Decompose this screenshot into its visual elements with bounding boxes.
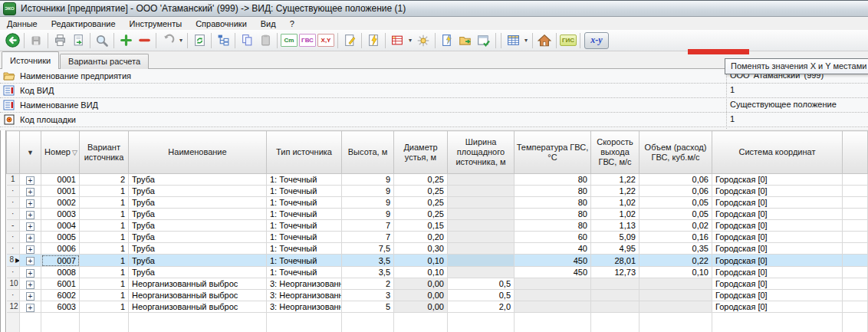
cell-type[interactable]: 1: Точечный <box>267 267 342 278</box>
cell-height[interactable]: 9 <box>342 174 394 186</box>
cell-volume[interactable] <box>639 301 712 313</box>
header-diameter[interactable]: Диаметр устья, м <box>394 131 448 174</box>
expand-icon[interactable]: + <box>26 245 35 254</box>
paste-button[interactable] <box>256 31 275 49</box>
cell-speed[interactable]: 1,22 <box>591 174 639 186</box>
cell-nomer[interactable]: 0005 <box>41 232 80 243</box>
cell-temp[interactable]: 40 <box>515 243 591 255</box>
cell-type[interactable]: 1: Точечный <box>267 209 342 220</box>
cell-variant[interactable]: 1 <box>80 255 129 267</box>
cell-nomer[interactable]: 0006 <box>41 243 80 255</box>
expand-icon[interactable]: + <box>26 188 35 196</box>
cell-name[interactable]: Неорганизованный выброс <box>129 301 267 313</box>
cell-volume[interactable]: 0,02 <box>639 220 712 232</box>
menu-item-help[interactable]: ? <box>283 18 301 29</box>
cell-diameter[interactable]: 0,10 <box>394 255 448 267</box>
cell-height[interactable]: 7 <box>342 232 394 243</box>
gis-button[interactable]: ГИС <box>559 31 577 49</box>
menu-item-view[interactable]: Вид <box>254 18 283 29</box>
cell-width[interactable] <box>448 232 515 243</box>
cell-width[interactable] <box>448 197 515 209</box>
cell-width[interactable]: 0,5 <box>448 278 515 290</box>
row-indicator[interactable]: · <box>7 209 20 220</box>
expand-icon[interactable]: + <box>26 257 35 265</box>
delete-button[interactable] <box>135 31 153 49</box>
cell-height[interactable]: 9 <box>342 209 394 220</box>
table-row[interactable]: 1+00012Труба1: Точечный90,25801,220,06Го… <box>7 174 868 186</box>
table-row[interactable]: 8▶+00071Труба1: Точечный3,50,1045028,010… <box>7 255 868 267</box>
table-row[interactable]: ·+00031Труба1: Точечный90,25801,020,05Го… <box>7 209 868 220</box>
save-button[interactable] <box>27 31 45 49</box>
grid-dropdown-icon[interactable]: ▾ <box>522 37 530 44</box>
field-value[interactable]: Существующее положение <box>730 100 837 109</box>
menu-item-edit[interactable]: Редактирование <box>44 18 123 29</box>
cell-diameter[interactable]: 0,00 <box>394 290 448 301</box>
cell-nomer[interactable]: 0008 <box>41 267 80 278</box>
refresh-button[interactable] <box>190 31 209 49</box>
cell-volume[interactable] <box>639 278 712 290</box>
table-row[interactable]: -+00041Труба1: Точечный70,15801,130,02Го… <box>7 220 868 232</box>
table-row[interactable]: 10+60011Неорганизованный выброс3: Неорга… <box>7 278 868 290</box>
add-button[interactable] <box>117 31 135 49</box>
cell-variant[interactable]: 1 <box>80 197 129 209</box>
cell-variant[interactable]: 1 <box>80 290 129 301</box>
cell-volume[interactable]: 0,06 <box>639 174 712 186</box>
header-nomer[interactable]: Номер ▽ <box>41 131 80 174</box>
cell-variant[interactable]: 1 <box>80 209 129 220</box>
cell-height[interactable]: 7,5 <box>342 243 394 255</box>
cell-name[interactable]: Труба <box>129 267 267 278</box>
cell-type[interactable]: 3: Неорганизованн <box>267 278 342 290</box>
edit-lightning-button[interactable] <box>438 31 456 49</box>
cell-temp[interactable]: 80 <box>515 174 591 186</box>
expand-icon[interactable]: + <box>26 269 35 278</box>
table-row[interactable]: ·+60021Неорганизованный выброс3: Неорган… <box>7 290 868 301</box>
cell-nomer[interactable]: 0003 <box>41 209 80 220</box>
cell-speed[interactable]: 1,02 <box>591 209 639 220</box>
cell-diameter[interactable]: 0,00 <box>394 301 448 313</box>
tab-sources[interactable]: Источники <box>2 51 59 69</box>
cell-diameter[interactable]: 0,25 <box>394 197 448 209</box>
cell-speed[interactable] <box>591 278 639 290</box>
table-row[interactable]: ·+00061Труба1: Точечный7,50,30404,950,35… <box>7 243 868 255</box>
undo-button[interactable] <box>159 31 177 49</box>
undo-dropdown-icon[interactable]: ▾ <box>177 37 185 44</box>
cell-nomer[interactable]: 6001 <box>41 278 80 290</box>
cell-volume[interactable]: 0,16 <box>639 232 712 243</box>
cell-nomer[interactable]: 0007 <box>41 255 80 267</box>
cell-volume[interactable]: 0,05 <box>639 209 712 220</box>
cell-speed[interactable]: 28,01 <box>591 255 639 267</box>
cell-coords[interactable]: Городская [0] <box>712 232 843 243</box>
menu-item-tools[interactable]: Инструменты <box>123 18 189 29</box>
cell-volume[interactable]: 0,05 <box>639 197 712 209</box>
row-indicator[interactable]: · <box>7 197 20 209</box>
cell-height[interactable]: 3,5 <box>342 267 394 278</box>
form-button[interactable] <box>388 31 406 49</box>
row-indicator[interactable]: · <box>7 290 20 301</box>
edit-record-button[interactable] <box>340 31 359 49</box>
field-row-vid-name[interactable]: Наименование ВИД Существующее положение <box>0 98 868 113</box>
cell-volume[interactable]: 0,22 <box>639 255 712 267</box>
expand-icon[interactable]: + <box>26 281 35 289</box>
cell-temp[interactable] <box>515 301 591 313</box>
field-row-site-code[interactable]: Код площадки 1 <box>0 113 868 127</box>
expand-icon[interactable]: + <box>26 211 35 219</box>
swap-xy-button[interactable]: x-y <box>584 32 609 49</box>
cell-variant[interactable]: 1 <box>80 278 129 290</box>
table-row[interactable]: ·+00081Труба1: Точечный3,50,1045012,730,… <box>7 267 868 278</box>
home-button[interactable] <box>535 31 554 49</box>
header-filter[interactable]: ▼ <box>20 131 41 174</box>
cm-calc-button[interactable]: Cm <box>280 31 298 49</box>
table-row[interactable]: ·+00051Труба1: Точечный70,20605,090,16Го… <box>7 232 868 243</box>
cell-type[interactable]: 1: Точечный <box>267 197 342 209</box>
header-variant[interactable]: Вариант источника <box>80 131 129 174</box>
cell-volume[interactable]: 0,10 <box>639 267 712 278</box>
row-indicator[interactable]: · <box>7 232 20 243</box>
cell-temp[interactable]: 80 <box>515 197 591 209</box>
cell-name[interactable]: Труба <box>129 209 267 220</box>
lightning-action-button[interactable] <box>364 31 383 49</box>
cell-temp[interactable] <box>515 278 591 290</box>
expand-icon[interactable]: + <box>26 292 35 301</box>
cell-width[interactable]: 0,5 <box>448 290 515 301</box>
cell-width[interactable] <box>448 267 515 278</box>
cell-coords[interactable]: Городская [0] <box>712 290 843 301</box>
